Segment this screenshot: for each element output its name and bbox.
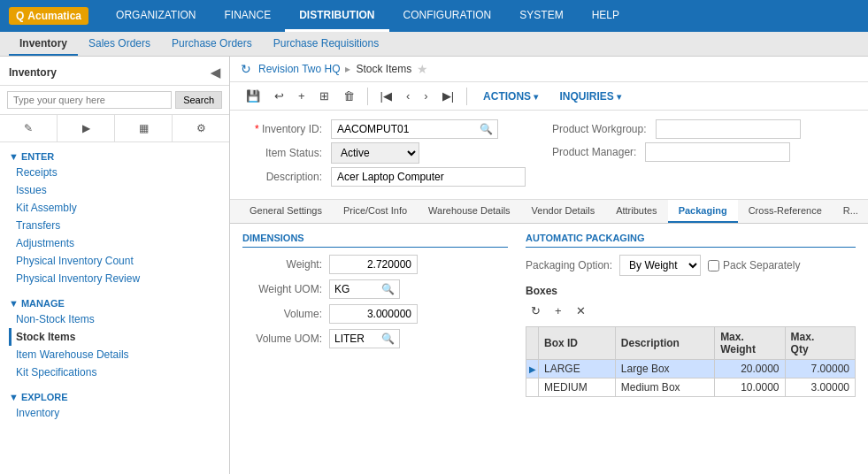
nav-item-help[interactable]: HELP — [578, 0, 634, 32]
collapse-button[interactable]: ◀ — [211, 65, 220, 80]
last-button[interactable]: ▶| — [437, 86, 459, 106]
sub-nav-purchase-requisitions[interactable]: Purchase Requisitions — [263, 32, 389, 56]
sidebar-item-non-stock-items[interactable]: Non-Stock Items — [9, 310, 220, 328]
product-workgroup-row: Product Workgroup: — [552, 119, 801, 139]
inventory-id-input[interactable] — [332, 120, 475, 138]
weight-uom-search-icon[interactable]: 🔍 — [377, 280, 399, 298]
section-manage-title: ▼ MANAGE — [9, 294, 220, 310]
weight-uom-field[interactable]: 🔍 — [329, 279, 400, 299]
boxes-refresh-button[interactable]: ↻ — [526, 301, 546, 321]
col-max-weight: Max.Weight — [715, 327, 785, 360]
weight-uom-input[interactable] — [330, 280, 377, 298]
sidebar-item-kit-assembly[interactable]: Kit Assembly — [9, 199, 220, 217]
sidebar-item-physical-inventory-review[interactable]: Physical Inventory Review — [9, 270, 220, 287]
sidebar-item-transfers[interactable]: Transfers — [9, 217, 220, 234]
gear-icon-btn[interactable]: ⚙ — [173, 115, 229, 141]
chart-icon-btn[interactable]: ▦ — [115, 115, 173, 141]
pack-separately-checkbox[interactable] — [708, 260, 719, 271]
toolbar-separator-2 — [466, 88, 467, 105]
logo-text: Acumatica — [27, 10, 81, 22]
dimensions-section: DIMENSIONS Weight: Weight UOM: 🔍 Volume: — [242, 233, 508, 465]
sidebar-item-receipts[interactable]: Receipts — [9, 164, 220, 181]
volume-row: Volume: — [242, 304, 508, 324]
packaging-option-select[interactable]: By Weight By Volume Manual — [619, 255, 701, 276]
sidebar-item-inventory[interactable]: Inventory — [9, 404, 220, 422]
tab-attributes[interactable]: Attributes — [605, 200, 667, 223]
tab-price-cost-info[interactable]: Price/Cost Info — [333, 200, 418, 223]
delete-button[interactable]: 🗑 — [338, 86, 360, 106]
boxes-add-button[interactable]: + — [549, 301, 567, 321]
sidebar-icon-bar: ✎ ▶ ▦ ⚙ — [0, 115, 229, 142]
star-icon[interactable]: ★ — [417, 62, 428, 76]
sidebar-item-kit-specifications[interactable]: Kit Specifications — [9, 363, 220, 381]
sidebar-item-warehouse-details[interactable]: Item Warehouse Details — [9, 346, 220, 363]
sub-nav-sales-orders[interactable]: Sales Orders — [78, 32, 161, 56]
actions-button[interactable]: ACTIONS ▾ — [474, 87, 547, 106]
table-row[interactable]: MEDIUM Medium Box 10.0000 3.00000 — [526, 378, 856, 397]
play-icon-btn[interactable]: ▶ — [58, 115, 115, 141]
sidebar-item-physical-inventory-count[interactable]: Physical Inventory Count — [9, 252, 220, 270]
product-manager-row: Product Manager: — [552, 142, 801, 162]
sidebar-item-adjustments[interactable]: Adjustments — [9, 234, 220, 252]
workspace-name[interactable]: Revision Two HQ — [258, 63, 340, 75]
sub-nav-inventory[interactable]: Inventory — [9, 32, 78, 56]
weight-row: Weight: — [242, 255, 508, 274]
title-bar: ↻ Revision Two HQ ▸ Stock Items ★ — [230, 57, 868, 82]
nav-item-system[interactable]: SYSTEM — [505, 0, 577, 32]
volume-input[interactable] — [329, 304, 418, 324]
tab-general-settings[interactable]: General Settings — [239, 200, 333, 223]
item-status-select[interactable]: Active Inactive — [331, 142, 419, 164]
clipboard-button[interactable]: ⊞ — [314, 86, 334, 106]
sub-nav-purchase-orders[interactable]: Purchase Orders — [161, 32, 263, 56]
volume-uom-field[interactable]: 🔍 — [329, 329, 400, 348]
logo-symbol: Q — [16, 10, 24, 22]
nav-item-distribution[interactable]: DISTRIBUTION — [285, 0, 388, 32]
sidebar-item-issues[interactable]: Issues — [9, 181, 220, 199]
product-manager-input[interactable] — [645, 142, 790, 162]
description-cell: Medium Box — [615, 378, 714, 397]
nav-item-configuration[interactable]: CONFIGURATION — [389, 0, 506, 32]
item-status-label: Item Status: — [242, 147, 322, 159]
form-area: Inventory ID: 🔍 Item Status: Active Inac… — [230, 111, 868, 200]
add-button[interactable]: + — [293, 86, 311, 106]
description-input[interactable] — [331, 167, 526, 187]
product-workgroup-label: Product Workgroup: — [552, 123, 647, 135]
tab-warehouse-details[interactable]: Warehouse Details — [418, 200, 521, 223]
volume-uom-input[interactable] — [330, 330, 377, 348]
section-enter-title: ▼ ENTER — [9, 148, 220, 164]
boxes-delete-button[interactable]: ✕ — [571, 301, 591, 321]
inquiries-button[interactable]: INQUIRIES ▾ — [550, 87, 630, 106]
volume-uom-label: Volume UOM: — [242, 333, 322, 345]
breadcrumb: Revision Two HQ ▸ Stock Items ★ — [258, 62, 428, 76]
sidebar-section-manage: ▼ MANAGE Non-Stock Items Stock Items Ite… — [0, 289, 229, 383]
description-cell: Large Box — [615, 360, 714, 378]
volume-uom-search-icon[interactable]: 🔍 — [377, 330, 399, 348]
refresh-icon[interactable]: ↻ — [241, 62, 251, 76]
max-qty-cell: 7.00000 — [785, 360, 855, 378]
weight-input[interactable] — [329, 255, 418, 274]
tab-packaging[interactable]: Packaging — [668, 200, 738, 223]
sidebar-item-stock-items[interactable]: Stock Items — [9, 328, 220, 346]
page-title: Stock Items — [356, 63, 411, 75]
tab-replenishment[interactable]: R... — [833, 200, 868, 223]
logo[interactable]: Q Acumatica — [9, 7, 88, 25]
search-button[interactable]: Search — [175, 91, 222, 109]
pencil-icon-btn[interactable]: ✎ — [0, 115, 58, 141]
tab-vendor-details[interactable]: Vendor Details — [521, 200, 606, 223]
tab-cross-reference[interactable]: Cross-Reference — [738, 200, 833, 223]
inventory-id-field[interactable]: 🔍 — [331, 119, 498, 139]
product-workgroup-input[interactable] — [656, 119, 801, 139]
boxes-table: Box ID Description Max.Weight Max.Qty ▶ … — [526, 326, 856, 397]
next-button[interactable]: › — [419, 86, 433, 106]
nav-item-organization[interactable]: ORGANIZATION — [102, 0, 210, 32]
nav-item-finance[interactable]: FINANCE — [211, 0, 286, 32]
tab-content-packaging: DIMENSIONS Weight: Weight UOM: 🔍 Volume: — [230, 224, 868, 474]
search-input[interactable] — [7, 91, 172, 109]
prev-button[interactable]: ‹ — [401, 86, 415, 106]
first-button[interactable]: |◀ — [375, 86, 397, 106]
undo-button[interactable]: ↩ — [269, 86, 289, 106]
table-row[interactable]: ▶ LARGE Large Box 20.0000 7.00000 — [526, 360, 856, 378]
col-description: Description — [615, 327, 714, 360]
inventory-id-search-icon[interactable]: 🔍 — [475, 120, 497, 138]
save-button[interactable]: 💾 — [241, 86, 265, 106]
